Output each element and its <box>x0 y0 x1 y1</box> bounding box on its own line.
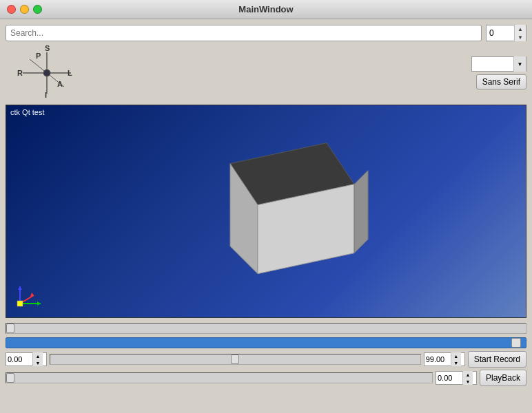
right-up-arrow[interactable]: ▲ <box>451 352 461 359</box>
slider-row-2 <box>6 337 526 349</box>
left-value-arrows: ▲ ▼ <box>32 352 43 366</box>
right-down-arrow[interactable]: ▼ <box>451 359 461 366</box>
top-row: ▲ ▼ <box>6 25 526 41</box>
maximize-button[interactable] <box>33 5 42 14</box>
right-value-arrows: ▲ ▼ <box>451 352 461 366</box>
orientation-axes-icon: S I R L P A <box>16 45 78 100</box>
bottom-slider-input[interactable] <box>6 372 432 383</box>
bottom-value-input[interactable] <box>436 374 462 382</box>
svg-text:I: I <box>45 91 47 99</box>
cube-3d <box>189 136 382 304</box>
left-value-input[interactable] <box>6 355 32 363</box>
orientation-widget: S I R L P A <box>6 45 88 100</box>
svg-marker-18 <box>18 286 22 290</box>
svg-text:L: L <box>68 69 72 77</box>
axes-svg <box>13 276 54 310</box>
window-controls[interactable] <box>7 5 42 14</box>
bottom-up-arrow[interactable]: ▲ <box>463 371 473 378</box>
bottom-value-arrows: ▲ ▼ <box>462 371 473 385</box>
spinbox-arrows: ▲ ▼ <box>514 25 526 41</box>
bottom-down-arrow[interactable]: ▼ <box>463 378 473 385</box>
left-down-arrow[interactable]: ▼ <box>33 359 43 366</box>
spinbox-input[interactable] <box>487 27 514 39</box>
spinbox-down[interactable]: ▼ <box>515 33 526 41</box>
bottom-slider[interactable] <box>6 372 433 383</box>
svg-point-3 <box>43 70 50 76</box>
blue-slider[interactable] <box>6 337 526 348</box>
control-row-1: ▲ ▼ ▲ ▼ Start Record <box>6 351 526 368</box>
font-select-arrow[interactable]: ▼ <box>513 56 526 72</box>
start-record-button[interactable]: Start Record <box>468 351 526 368</box>
range-slider[interactable] <box>50 354 421 365</box>
svg-text:R: R <box>17 69 23 77</box>
svg-text:S: S <box>45 45 50 52</box>
bottom-value-box: ▲ ▼ <box>436 371 477 385</box>
blue-slider-input[interactable] <box>6 338 526 348</box>
close-button[interactable] <box>7 5 16 14</box>
second-row: S I R L P A ▼ Sans Serif <box>6 45 526 100</box>
spinbox-up[interactable]: ▲ <box>515 25 526 33</box>
svg-rect-20 <box>17 301 23 306</box>
font-select[interactable]: ▼ <box>471 56 526 72</box>
cube-svg <box>189 136 382 301</box>
range-slider-input[interactable] <box>50 354 420 365</box>
font-controls: ▼ Sans Serif <box>471 56 526 89</box>
viewport-label: ctk Qt test <box>10 108 45 116</box>
window-title: MainWindow <box>238 4 293 14</box>
main-content: ▲ ▼ S I R L P A <box>0 19 532 413</box>
slider-row-1 <box>6 322 526 335</box>
left-value-box: ▲ ▼ <box>6 352 47 366</box>
gray-slider-1-input[interactable] <box>6 323 526 334</box>
right-value-input[interactable] <box>424 355 451 363</box>
svg-text:P: P <box>36 52 41 60</box>
axes-widget <box>13 276 54 310</box>
right-value-box: ▲ ▼ <box>424 352 465 366</box>
svg-marker-17 <box>37 301 41 306</box>
font-input[interactable] <box>472 59 513 69</box>
gray-slider-1[interactable] <box>6 323 526 334</box>
title-bar: MainWindow <box>0 0 532 19</box>
3d-viewport[interactable]: ctk Qt test <box>6 105 526 318</box>
minimize-button[interactable] <box>20 5 29 14</box>
playback-button[interactable]: PlayBack <box>480 370 526 386</box>
svg-text:A: A <box>57 80 63 88</box>
search-input[interactable] <box>6 25 482 41</box>
font-button[interactable]: Sans Serif <box>476 74 526 89</box>
svg-marker-13 <box>354 171 368 253</box>
value-spinbox: ▲ ▼ <box>486 25 526 41</box>
sliders-section: ▲ ▼ ▲ ▼ Start Record <box>6 322 526 386</box>
control-row-2: ▲ ▼ PlayBack <box>6 370 526 386</box>
left-up-arrow[interactable]: ▲ <box>33 352 43 359</box>
